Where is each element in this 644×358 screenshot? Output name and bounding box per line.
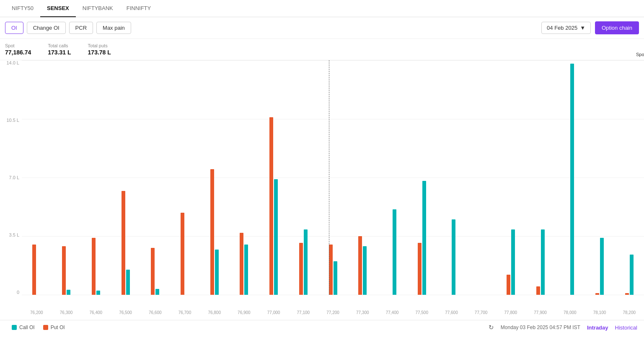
call-bar (304, 229, 308, 295)
put-bar (210, 169, 214, 295)
option-chain-button[interactable]: Option chain (595, 21, 639, 34)
intraday-button[interactable]: Intraday (587, 325, 608, 331)
bar-group (614, 60, 644, 295)
stats-row: Spot 77,186.74 Total calls 173.31 L Tota… (0, 39, 644, 60)
call-bar (422, 181, 426, 295)
call-bar (244, 245, 248, 295)
x-axis-label: 76,700 (170, 310, 200, 315)
bar-group (199, 60, 229, 295)
nav-tabs-container: NIFTY50SENSEXNIFTYBANKFINNIFTY (0, 0, 644, 17)
call-bar (274, 179, 278, 295)
call-bar (67, 290, 70, 295)
bar-group (170, 60, 200, 295)
call-bar (334, 261, 337, 295)
nav-tab-sensex[interactable]: SENSEX (40, 0, 76, 17)
bar-group (437, 60, 466, 295)
y-axis-label: 0 (17, 290, 19, 295)
x-axis-label: 77,900 (525, 310, 555, 315)
legend-put-label: Put OI (51, 325, 65, 330)
put-bar (122, 191, 125, 295)
footer: Call OI Put OI ↻ Monday 03 Feb 2025 04:5… (0, 320, 644, 335)
puts-value: 173.78 L (88, 49, 111, 56)
bars-container (22, 60, 644, 295)
calls-label: Total calls (48, 43, 71, 48)
call-bar (541, 229, 545, 295)
stat-puts: Total puts 173.78 L (88, 43, 111, 56)
footer-timestamp: Monday 03 Feb 2025 04:57 PM IST (501, 325, 580, 330)
put-bar (62, 246, 66, 295)
x-axis-label: 77,800 (496, 310, 526, 315)
x-axis-label: 76,600 (140, 310, 170, 315)
put-bar (625, 293, 629, 295)
calls-value: 173.31 L (48, 49, 71, 56)
bar-group (466, 60, 496, 295)
y-axis-label: 14.0 L (6, 60, 19, 65)
puts-label: Total puts (88, 43, 111, 48)
bar-group (585, 60, 615, 295)
toolbar-btn-pcr[interactable]: PCR (69, 22, 93, 34)
x-axis-label: 77,300 (348, 310, 378, 315)
legend-put: Put OI (43, 325, 65, 330)
x-axis-label: 77,500 (407, 310, 437, 315)
call-oi-dot (12, 325, 17, 330)
toolbar-btn-change-oi[interactable]: Change OI (27, 22, 66, 34)
x-axis-label: 78,200 (614, 310, 644, 315)
toolbar-btn-oi[interactable]: OI (5, 22, 23, 34)
bar-group (318, 60, 348, 295)
x-axis-label: 77,000 (259, 310, 289, 315)
put-bar (240, 233, 243, 295)
put-bar (595, 293, 599, 295)
y-axis-label: 3.5 L (9, 232, 19, 237)
bar-group (407, 60, 437, 295)
nav-tabs: NIFTY50SENSEXNIFTYBANKFINNIFTY (0, 0, 644, 17)
call-bar (600, 238, 604, 295)
stat-calls: Total calls 173.31 L (48, 43, 71, 56)
stat-spot: Spot 77,186.74 (5, 43, 31, 56)
nav-tab-niftybank[interactable]: NIFTYBANK (76, 0, 120, 17)
y-axis-label: 7.0 L (9, 175, 19, 180)
x-axis-label: 76,200 (22, 310, 52, 315)
bar-group (378, 60, 407, 295)
x-axis-label: 77,400 (378, 310, 407, 315)
spot-value: 77,186.74 (5, 49, 31, 56)
toolbar-btn-max-pain[interactable]: Max pain (96, 22, 131, 34)
legend-call-label: Call OI (19, 325, 35, 330)
x-axis-label: 76,400 (81, 310, 111, 315)
legend: Call OI Put OI (7, 325, 65, 330)
bar-group (288, 60, 318, 295)
call-bar (570, 64, 574, 295)
x-axis-label: 76,300 (52, 310, 81, 315)
x-axis-label: 76,800 (199, 310, 229, 315)
bar-group (348, 60, 378, 295)
bar-group (111, 60, 140, 295)
nav-tab-nifty50[interactable]: NIFTY50 (5, 0, 40, 17)
put-bar (507, 275, 510, 295)
x-axis-label: 77,200 (318, 310, 348, 315)
call-bar (393, 209, 396, 295)
call-bar (126, 270, 130, 295)
bar-group (140, 60, 170, 295)
put-bar (181, 213, 184, 295)
date-selector[interactable]: 04 Feb 2025 ▼ (541, 22, 591, 34)
refresh-icon[interactable]: ↻ (489, 324, 494, 331)
call-bar (363, 246, 367, 295)
bar-group (555, 60, 585, 295)
call-bar (155, 289, 159, 295)
x-axis-label: 77,600 (437, 310, 466, 315)
historical-button[interactable]: Historical (615, 325, 637, 331)
x-axis-label: 76,900 (229, 310, 259, 315)
nav-tab-finnifty[interactable]: FINNIFTY (120, 0, 158, 17)
x-axis-label: 77,100 (288, 310, 318, 315)
x-axis-label: 77,700 (466, 310, 496, 315)
x-axis-label: 78,100 (585, 310, 615, 315)
x-axis-label: 76,500 (111, 310, 140, 315)
bar-group (496, 60, 526, 295)
call-bar (215, 250, 219, 295)
toolbar-btn-group: OIChange OIPCRMax pain (5, 22, 131, 34)
put-bar (329, 245, 333, 295)
call-bar (452, 219, 455, 295)
bar-group (81, 60, 111, 295)
bar-group (259, 60, 289, 295)
chart-area: 14.0 L10.5 L7.0 L3.5 L076,20076,30076,40… (0, 60, 644, 320)
put-bar (151, 248, 155, 295)
